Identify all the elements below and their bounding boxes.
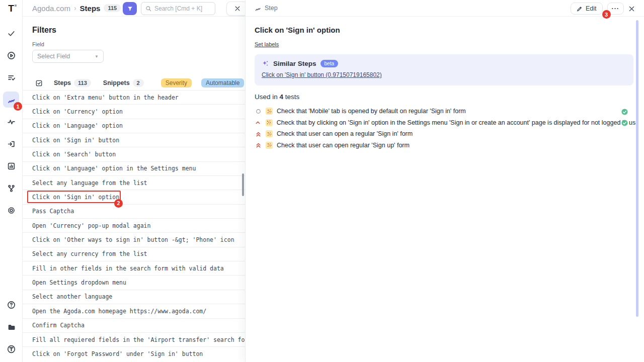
priority-icon — [255, 119, 262, 126]
priority-normal-icon — [255, 108, 262, 115]
similar-steps-box: Similar Steps beta Click on 'Sign in' bu… — [255, 54, 633, 85]
branch-icon — [7, 184, 16, 193]
test-title[interactable]: Check that 'Mobile' tab is opened by def… — [277, 108, 466, 115]
drawer-actions: Edit ··· 3 — [571, 3, 635, 15]
sidebar-item-import[interactable] — [3, 136, 19, 152]
tests-list: Check that 'Mobile' tab is opened by def… — [255, 106, 635, 151]
step-list-item[interactable]: Click on 'Sign in' button 2 — [23, 133, 245, 147]
steps-list: Click on 'Extra menu' button in the head… — [23, 90, 245, 362]
steps-list-panel: Agoda.com › Steps 115 Filters Field Sele… — [23, 0, 245, 362]
steps-total-badge: 115 — [104, 4, 121, 12]
step-list-item[interactable]: Click on 'Language' option in the Settin… — [23, 161, 245, 175]
test-list-item[interactable]: Check that user can open a regular 'Sign… — [255, 128, 635, 140]
select-all-checkbox[interactable] — [35, 79, 43, 87]
step-list-item[interactable]: Pass Captcha 2 — [23, 204, 245, 218]
sidebar-item-pulse[interactable] — [3, 114, 19, 130]
column-pill[interactable]: Automatable — [201, 78, 244, 87]
search-icon — [145, 6, 151, 12]
breadcrumb-separator: › — [74, 4, 76, 12]
step-text: Select any currency from the list — [32, 250, 147, 257]
edit-button[interactable]: Edit — [571, 3, 603, 15]
tab-steps-count: 113 — [74, 79, 91, 87]
field-select[interactable]: Select Field ▼ — [32, 50, 104, 63]
steps-icon — [255, 5, 261, 12]
step-list-item[interactable]: Click on 'Extra menu' button in the head… — [23, 90, 245, 104]
sidebar-item-projects[interactable] — [3, 319, 19, 335]
priority-icon — [255, 142, 262, 149]
set-labels-link[interactable]: Set labels — [255, 41, 279, 47]
right-panel-scrollbar[interactable] — [636, 20, 638, 317]
test-title[interactable]: Check that by clicking on 'Sign in' opti… — [277, 119, 635, 126]
sidebar-item-settings[interactable] — [3, 202, 19, 218]
filter-close-button[interactable] — [226, 2, 245, 16]
filter-button[interactable] — [123, 2, 137, 15]
priority-critical-icon — [255, 142, 262, 148]
step-list-item[interactable]: Select any currency from the list 2 — [23, 247, 245, 261]
step-list-item[interactable]: Open the Agoda.com homepage https://www.… — [23, 304, 245, 318]
list-check-icon — [7, 73, 16, 82]
sidebar-item-plans[interactable] — [3, 69, 19, 85]
step-list-item[interactable]: Click on 'Other ways to sign in' button … — [23, 232, 245, 246]
left-panel-header: Agoda.com › Steps 115 — [23, 0, 245, 17]
tab-snippets[interactable]: Snippets 2 — [103, 79, 144, 87]
close-icon — [628, 6, 635, 12]
drawer-type-label: Step — [265, 5, 278, 12]
test-list-item[interactable]: Check that user can open regular 'Sign u… — [255, 140, 635, 151]
search-input[interactable] — [154, 5, 210, 12]
sidebar-item-runs[interactable] — [3, 47, 19, 63]
left-panel-scrollbar[interactable] — [242, 173, 244, 196]
step-list-item[interactable]: Open Settings dropdown menu 2 — [23, 275, 245, 289]
annotation-badge-1: 1 — [14, 102, 22, 111]
step-list-item[interactable]: Fill in other fields in the search form … — [23, 261, 245, 275]
step-text: Click on 'Language' option in the Settin… — [32, 165, 196, 172]
tab-steps[interactable]: Steps 113 — [54, 79, 91, 87]
breadcrumb-project[interactable]: Agoda.com — [32, 4, 70, 13]
test-title[interactable]: Check that user can open a regular 'Sign… — [277, 130, 413, 137]
app-logo-letter: T — [8, 3, 14, 14]
sidebar-item-branches[interactable] — [3, 180, 19, 196]
similar-step-link[interactable]: Click on 'Sign in' button (0.97150719165… — [262, 71, 382, 78]
sidebar-item-tests[interactable] — [3, 25, 19, 41]
priority-icon — [255, 130, 262, 137]
drawer-close-button[interactable] — [628, 6, 635, 12]
funnel-icon — [127, 6, 133, 12]
beta-badge: beta — [320, 60, 338, 67]
tab-snippets-count: 2 — [133, 79, 144, 87]
test-list-item[interactable]: Check that by clicking on 'Sign in' opti… — [255, 117, 635, 129]
import-icon — [7, 140, 16, 148]
step-list-item[interactable]: Click on 'Forgot Password' under 'Sign i… — [23, 346, 245, 360]
step-list-item[interactable]: Click on 'Search' button 2 — [23, 147, 245, 161]
tab-steps-label: Steps — [54, 79, 71, 86]
select-all-icon — [35, 79, 43, 87]
bar-chart-icon — [7, 162, 16, 170]
folder-icon — [7, 323, 16, 331]
step-text: Click on 'Language' option — [32, 122, 123, 129]
logo-dot — [15, 5, 17, 7]
field-label: Field — [32, 41, 245, 47]
collision-emoji-icon — [266, 142, 273, 149]
sidebar-item-help[interactable] — [3, 297, 19, 313]
test-title[interactable]: Check that user can open regular 'Sign u… — [277, 142, 410, 149]
breadcrumb-page: Steps — [80, 4, 101, 13]
step-list-item[interactable]: Open 'Currency' pop-up modal again 2 — [23, 218, 245, 232]
step-list-item[interactable]: Fill all requiered fields in the 'Airpor… — [23, 332, 245, 346]
app-logo[interactable]: T — [8, 3, 14, 16]
step-list-item[interactable]: Click on 'Currency' option 2 — [23, 104, 245, 118]
tab-snippets-label: Snippets — [103, 79, 130, 86]
step-list-item[interactable]: Select another language 2 — [23, 290, 245, 304]
test-list-item[interactable]: Check that 'Mobile' tab is opened by def… — [255, 106, 635, 117]
sidebar-item-steps[interactable]: 1 — [3, 92, 19, 108]
step-text: Click on 'Sign in' button — [32, 137, 119, 144]
step-list-item[interactable]: Confirm Captcha 2 — [23, 318, 245, 332]
annotation-badge-3: 3 — [602, 10, 611, 19]
column-pill[interactable]: Severity — [161, 78, 192, 87]
sidebar-item-account[interactable] — [3, 341, 19, 357]
sidebar-item-reports[interactable] — [3, 158, 19, 174]
step-list-item[interactable]: Click on 'Language' option 2 — [23, 119, 245, 133]
step-list-item[interactable]: Click on 'Sign in' option 2 — [23, 190, 245, 204]
step-text: Click on 'Currency' option — [32, 108, 123, 115]
step-list-item[interactable]: Select any language from the list 2 — [23, 175, 245, 190]
icon-sidebar: T 1 — [0, 0, 23, 362]
passed-check-icon — [621, 108, 628, 115]
similar-steps-title: Similar Steps — [273, 60, 316, 67]
